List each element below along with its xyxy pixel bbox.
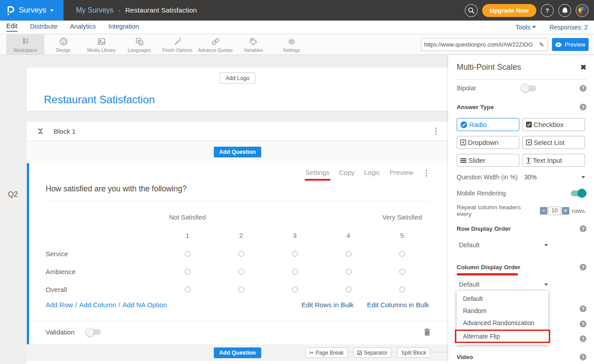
- row-label[interactable]: Ambience: [46, 262, 161, 280]
- radio-option[interactable]: [346, 287, 352, 292]
- edit-columns-in-bulk-link[interactable]: Edit Columns in Bulk: [367, 301, 429, 309]
- add-logo-button[interactable]: Add Logo: [220, 72, 255, 84]
- block-title[interactable]: Block 1: [54, 127, 76, 135]
- text-input-icon: T: [526, 157, 531, 164]
- upgrade-now-button[interactable]: Upgrade Now: [482, 4, 536, 17]
- help-icon[interactable]: ?: [580, 85, 586, 92]
- mobile-rendering-toggle[interactable]: [571, 190, 586, 196]
- collapse-block-icon[interactable]: [38, 128, 43, 135]
- radio-option[interactable]: [399, 269, 405, 275]
- breadcrumb-separator: ›: [119, 7, 120, 14]
- row-label[interactable]: Overall: [46, 280, 161, 298]
- answer-type-radio[interactable]: Radio: [457, 118, 519, 131]
- decrement-button[interactable]: −: [540, 207, 547, 215]
- radio-option[interactable]: [185, 287, 191, 292]
- question-tab-logic[interactable]: Logic: [364, 169, 380, 176]
- radio-option[interactable]: [238, 287, 244, 292]
- survey-title[interactable]: Restaurant Satisfaction: [44, 93, 155, 106]
- help-icon[interactable]: ?: [580, 335, 586, 342]
- radio-option[interactable]: [292, 269, 298, 275]
- question-options-menu-icon[interactable]: [426, 169, 428, 177]
- toolbar-item-workspace[interactable]: Workspace: [6, 34, 44, 55]
- checkbox-icon: [357, 351, 362, 355]
- edit-url-pencil-icon[interactable]: ✎: [536, 41, 547, 48]
- help-icon[interactable]: ?: [580, 264, 586, 271]
- chevron-down-icon: [532, 26, 536, 28]
- notifications-button[interactable]: [558, 4, 571, 17]
- repeat-headers-input[interactable]: [548, 207, 561, 215]
- tab-analytics[interactable]: Analytics: [70, 23, 96, 31]
- column-display-order-select[interactable]: Default: [457, 281, 548, 288]
- radio-option[interactable]: [399, 287, 405, 292]
- delete-question-trash-icon[interactable]: [424, 328, 430, 336]
- tab-integration[interactable]: Integration: [108, 23, 139, 31]
- radio-option[interactable]: [346, 269, 352, 275]
- chevron-down-icon[interactable]: [581, 176, 585, 178]
- tab-distribute[interactable]: Distribute: [30, 23, 57, 31]
- answer-type-select-list[interactable]: Select List: [522, 136, 585, 149]
- add-row-link[interactable]: Add Row: [46, 301, 73, 309]
- row-display-order-select[interactable]: Default: [457, 241, 548, 249]
- toolbar-item-variables[interactable]: Variables: [234, 34, 272, 55]
- question-tab-preview[interactable]: Preview: [390, 169, 413, 176]
- product-menu[interactable]: Surveys: [0, 0, 64, 21]
- question-tab-settings[interactable]: Settings: [305, 169, 330, 176]
- radio-option[interactable]: [292, 287, 298, 292]
- menu-option-alternate-flip[interactable]: Alternate Flip: [455, 330, 550, 343]
- breadcrumb-my-surveys[interactable]: My Surveys: [76, 6, 114, 14]
- question-tab-copy[interactable]: Copy: [339, 169, 355, 176]
- toolbar-item-design[interactable]: Design: [44, 34, 82, 55]
- validation-toggle[interactable]: [86, 329, 101, 335]
- page-break-button[interactable]: ✂ Page Break: [305, 347, 348, 358]
- help-icon[interactable]: ?: [580, 321, 586, 327]
- toolbar-item-settings[interactable]: Settings: [272, 34, 310, 55]
- tab-edit[interactable]: Edit: [6, 22, 17, 32]
- question-title[interactable]: How satisfied are you with the following…: [46, 184, 187, 194]
- toolbar-item-media-library[interactable]: Media Library: [82, 34, 120, 55]
- bipolar-toggle[interactable]: [522, 85, 536, 91]
- add-na-option-link[interactable]: Add NA Option: [123, 301, 167, 309]
- survey-url-input[interactable]: [421, 41, 536, 48]
- radio-option[interactable]: [292, 251, 298, 257]
- help-icon[interactable]: ?: [580, 104, 586, 110]
- toolbar-item-languages[interactable]: A Languages: [120, 34, 158, 55]
- bipolar-label: Bipolar: [457, 85, 476, 92]
- separator-button[interactable]: Separator: [353, 347, 391, 358]
- answer-type-dropdown[interactable]: Dropdown: [457, 136, 519, 149]
- help-icon[interactable]: ?: [580, 354, 586, 360]
- help-icon[interactable]: ?: [580, 305, 586, 312]
- close-panel-icon[interactable]: ✖: [581, 63, 586, 72]
- search-button[interactable]: [465, 4, 478, 17]
- split-block-button[interactable]: Split Block: [397, 347, 430, 358]
- help-icon[interactable]: ?: [580, 225, 586, 232]
- row-label[interactable]: Service: [46, 245, 161, 262]
- menu-option-random[interactable]: Random: [457, 305, 548, 317]
- preview-button[interactable]: Preview: [552, 38, 589, 51]
- edit-rows-in-bulk-link[interactable]: Edit Rows in Bulk: [301, 301, 354, 309]
- increment-button[interactable]: +: [562, 207, 569, 215]
- answer-type-checkbox[interactable]: Checkbox: [522, 118, 585, 131]
- toolbar-item-label: Media Library: [87, 47, 116, 53]
- radio-option[interactable]: [185, 269, 191, 275]
- menu-option-advanced-randomization[interactable]: Advanced Randomization: [457, 317, 548, 329]
- add-column-link[interactable]: Add Column: [79, 301, 116, 309]
- block-options-menu-icon[interactable]: [435, 127, 437, 135]
- radio-option[interactable]: [238, 269, 244, 275]
- radio-option[interactable]: [238, 251, 244, 257]
- edit-toolbar: Workspace Design Media Library A Languag…: [0, 34, 594, 55]
- answer-type-text-input[interactable]: T Text Input: [522, 154, 585, 167]
- toolbar-item-advance-quotas[interactable]: Advance Quotas: [196, 34, 234, 55]
- responses-count[interactable]: Responses: 2: [549, 24, 588, 31]
- help-button[interactable]: ?: [541, 4, 554, 17]
- account-avatar[interactable]: [576, 4, 589, 17]
- radio-option[interactable]: [185, 251, 191, 257]
- menu-option-default[interactable]: Default: [457, 293, 548, 305]
- question-width-value[interactable]: 30%: [524, 174, 537, 181]
- toolbar-item-finish-options[interactable]: Finish Options: [158, 34, 196, 55]
- answer-type-slider[interactable]: Slider: [457, 154, 519, 167]
- add-question-button[interactable]: Add Question: [214, 147, 261, 157]
- tools-menu[interactable]: Tools: [516, 24, 536, 31]
- add-question-button-bottom[interactable]: Add Question: [214, 347, 261, 358]
- radio-option[interactable]: [399, 251, 405, 257]
- radio-option[interactable]: [346, 251, 352, 257]
